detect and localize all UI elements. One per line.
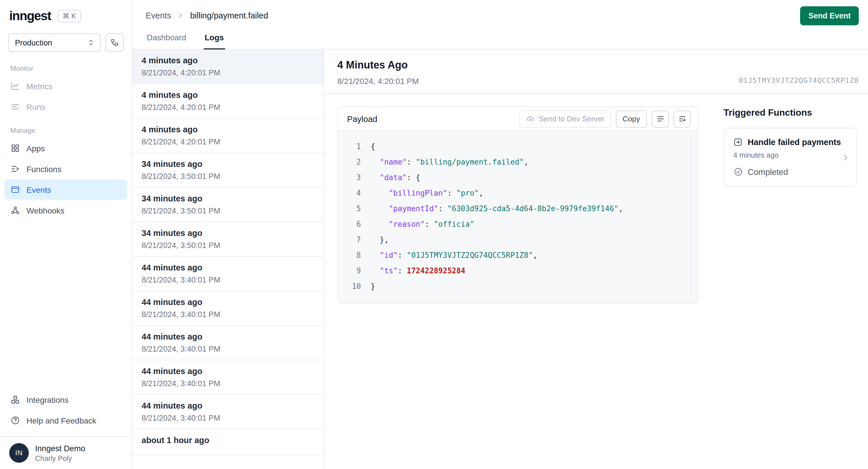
line-number: 4 <box>338 185 361 201</box>
sidebar-item-metrics[interactable]: Metrics <box>5 76 127 96</box>
sidebar-item-runs[interactable]: Runs <box>5 97 127 117</box>
wrap-lines-button[interactable] <box>674 110 691 127</box>
send-to-dev-server-label: Send to Dev Server <box>539 115 604 123</box>
event-list-item[interactable]: 44 minutes ago 8/21/2024, 3:40:01 PM <box>132 326 323 360</box>
environment-select[interactable]: Production <box>8 33 101 52</box>
environment-row: Production <box>0 29 132 55</box>
event-item-timestamp: 8/21/2024, 3:50:01 PM <box>142 241 314 250</box>
function-status: Completed <box>748 167 788 176</box>
code-text: } <box>361 279 375 294</box>
event-list-item[interactable]: 4 minutes ago 8/21/2024, 4:20:01 PM <box>132 119 323 153</box>
environment-manage-button[interactable] <box>105 33 124 52</box>
align-lines-icon <box>656 115 664 123</box>
send-event-button[interactable]: Send Event <box>800 6 859 25</box>
sidebar-item-label: Integrations <box>27 395 68 404</box>
event-list: 4 minutes ago 8/21/2024, 4:20:01 PM 4 mi… <box>132 50 324 469</box>
sidebar-item-events[interactable]: Events <box>5 180 127 200</box>
function-name-row: Handle failed payments <box>733 137 847 147</box>
event-item-timestamp: 8/21/2024, 4:20:01 PM <box>142 103 314 112</box>
event-list-item[interactable]: 4 minutes ago 8/21/2024, 4:20:01 PM <box>132 84 323 119</box>
content: 4 minutes ago 8/21/2024, 4:20:01 PM 4 mi… <box>132 50 868 469</box>
logo-row: inngest ⌘ K <box>0 0 132 29</box>
sidebar: inngest ⌘ K Production Monitor <box>0 0 132 469</box>
breadcrumb-events[interactable]: Events <box>146 11 171 20</box>
code-text: "ts": 1724228925284 <box>361 263 465 279</box>
line-number: 9 <box>338 263 361 279</box>
user-info: Inngest Demo Charly Poly <box>35 443 85 462</box>
sidebar-item-label: Events <box>27 185 51 194</box>
chevron-right-icon <box>841 153 850 162</box>
event-item-title: 44 minutes ago <box>142 367 314 376</box>
code-line: 6 "reason": "officia" <box>338 216 698 232</box>
functions-icon <box>10 164 20 174</box>
inngest-logo[interactable]: inngest <box>9 9 51 24</box>
sidebar-item-integrations[interactable]: Integrations <box>5 389 127 410</box>
nav-section-label: Monitor <box>0 55 132 75</box>
command-k-shortcut[interactable]: ⌘ K <box>57 10 81 23</box>
sidebar-item-label: Functions <box>27 164 61 174</box>
event-item-timestamp: 8/21/2024, 4:20:01 PM <box>142 137 314 146</box>
event-item-timestamp: 8/21/2024, 4:20:01 PM <box>142 68 314 77</box>
user-subtitle: Charly Poly <box>35 454 85 462</box>
user-menu[interactable]: IN Inngest Demo Charly Poly <box>0 436 132 469</box>
breadcrumb-current: billing/payment.failed <box>190 11 268 20</box>
code-text: "paymentId": "6303d925-cda5-4d64-8b2e-99… <box>361 201 623 216</box>
main-area: Events billing/payment.failed Send Event… <box>132 0 868 469</box>
sidebar-item-functions[interactable]: Functions <box>5 159 127 179</box>
wrap-lines-icon <box>678 115 686 123</box>
code-line: 5 "paymentId": "6303d925-cda5-4d64-8b2e-… <box>338 201 698 216</box>
payload-code[interactable]: 1{2 "name": "billing/payment.failed",3 "… <box>338 131 698 303</box>
event-item-timestamp: 8/21/2024, 3:50:01 PM <box>142 207 314 215</box>
event-item-title: 4 minutes ago <box>142 56 314 65</box>
sidebar-nav: Monitor Metrics Runs Manage Apps <box>0 55 132 221</box>
sidebar-item-apps[interactable]: Apps <box>5 138 127 158</box>
code-line: 9 "ts": 1724228925284 <box>338 263 698 279</box>
triggered-function-card[interactable]: Handle failed payments 4 minutes ago Com… <box>723 128 857 187</box>
copy-button[interactable]: Copy <box>616 110 647 127</box>
payload-card: Payload Send to Dev Server Copy <box>337 106 698 303</box>
event-list-item[interactable]: 4 minutes ago 8/21/2024, 4:20:01 PM <box>132 50 323 84</box>
line-number: 10 <box>338 279 361 294</box>
sidebar-footer: Integrations Help and Feedback IN Innges… <box>0 389 132 469</box>
topbar: Events billing/payment.failed Send Event <box>132 0 868 25</box>
event-item-title: 34 minutes ago <box>142 159 314 168</box>
event-list-item[interactable]: 34 minutes ago 8/21/2024, 3:50:01 PM <box>132 222 323 257</box>
event-list-item[interactable]: 44 minutes ago 8/21/2024, 3:40:01 PM <box>132 291 323 326</box>
code-text: { <box>361 139 375 154</box>
event-list-item[interactable]: 44 minutes ago 8/21/2024, 3:40:01 PM <box>132 257 323 291</box>
code-line: 10} <box>338 279 698 294</box>
tab-logs[interactable]: Logs <box>204 27 225 50</box>
event-item-timestamp: 8/21/2024, 3:40:01 PM <box>142 414 314 423</box>
triggered-functions-title: Triggered Functions <box>723 106 857 118</box>
sidebar-item-label: Metrics <box>27 82 52 91</box>
triggered-functions-panel: Triggered Functions Handle failed paymen… <box>723 106 857 456</box>
code-text: "reason": "officia" <box>361 216 474 232</box>
event-list-item[interactable]: 44 minutes ago 8/21/2024, 3:40:01 PM <box>132 360 323 395</box>
user-name: Inngest Demo <box>35 443 85 452</box>
function-time: 4 minutes ago <box>733 151 847 159</box>
code-text: "name": "billing/payment.failed", <box>361 154 528 170</box>
code-line: 2 "name": "billing/payment.failed", <box>338 154 698 170</box>
function-status-row: Completed <box>733 167 847 177</box>
line-number: 7 <box>338 232 361 247</box>
send-to-dev-server-button[interactable]: Send to Dev Server <box>519 110 611 127</box>
event-title: 4 Minutes Ago <box>337 59 419 71</box>
detail-header-left: 4 Minutes Ago 8/21/2024, 4:20:01 PM <box>337 59 419 86</box>
event-item-title: 44 minutes ago <box>142 263 314 272</box>
event-item-title: 34 minutes ago <box>142 194 314 203</box>
line-number: 8 <box>338 247 361 263</box>
event-list-item[interactable]: about 1 hour ago <box>132 429 323 455</box>
sidebar-item-webhooks[interactable]: Webhooks <box>5 200 127 220</box>
sidebar-item-help[interactable]: Help and Feedback <box>5 410 127 431</box>
events-icon <box>10 185 20 194</box>
code-line: 3 "data": { <box>338 170 698 185</box>
event-list-item[interactable]: 44 minutes ago 8/21/2024, 3:40:01 PM <box>132 395 323 429</box>
align-lines-button[interactable] <box>652 110 669 127</box>
event-list-item[interactable]: 34 minutes ago 8/21/2024, 3:50:01 PM <box>132 153 323 188</box>
code-line: 1{ <box>338 139 698 154</box>
event-list-item[interactable]: 34 minutes ago 8/21/2024, 3:50:01 PM <box>132 188 323 222</box>
check-circle-icon <box>733 167 743 177</box>
event-detail: 4 Minutes Ago 8/21/2024, 4:20:01 PM 01J5… <box>324 50 868 469</box>
runs-icon <box>10 102 20 112</box>
tab-dashboard[interactable]: Dashboard <box>146 27 187 49</box>
